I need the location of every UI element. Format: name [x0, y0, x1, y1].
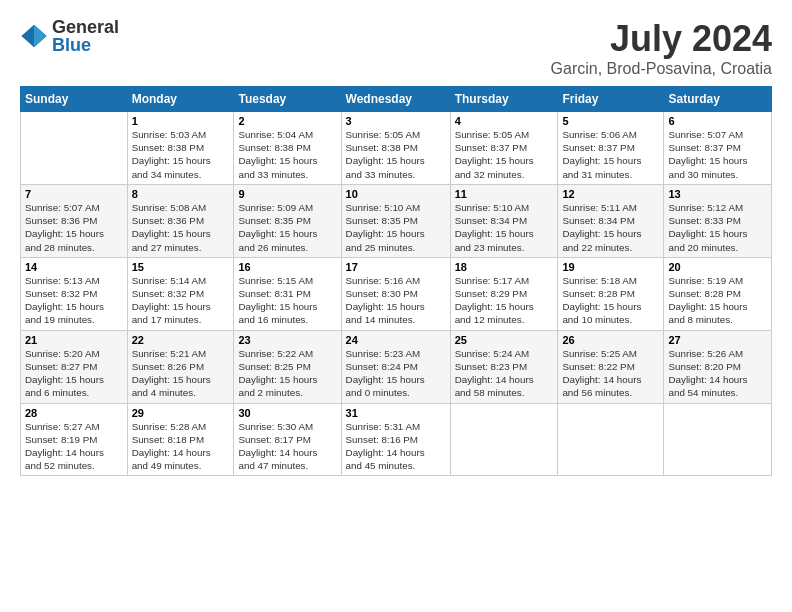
svg-marker-1	[34, 25, 47, 47]
day-cell	[558, 403, 664, 476]
day-cell: 25Sunrise: 5:24 AM Sunset: 8:23 PM Dayli…	[450, 330, 558, 403]
day-number: 4	[455, 115, 554, 127]
day-number: 30	[238, 407, 336, 419]
day-number: 16	[238, 261, 336, 273]
logo-icon	[20, 22, 48, 50]
header: General Blue July 2024 Garcin, Brod-Posa…	[20, 18, 772, 78]
day-info: Sunrise: 5:05 AM Sunset: 8:37 PM Dayligh…	[455, 128, 554, 181]
day-number: 6	[668, 115, 767, 127]
day-cell	[21, 112, 128, 185]
header-row: Sunday Monday Tuesday Wednesday Thursday…	[21, 87, 772, 112]
day-cell	[450, 403, 558, 476]
day-cell: 18Sunrise: 5:17 AM Sunset: 8:29 PM Dayli…	[450, 257, 558, 330]
day-info: Sunrise: 5:30 AM Sunset: 8:17 PM Dayligh…	[238, 420, 336, 473]
day-info: Sunrise: 5:23 AM Sunset: 8:24 PM Dayligh…	[346, 347, 446, 400]
day-cell: 2Sunrise: 5:04 AM Sunset: 8:38 PM Daylig…	[234, 112, 341, 185]
day-info: Sunrise: 5:04 AM Sunset: 8:38 PM Dayligh…	[238, 128, 336, 181]
day-info: Sunrise: 5:25 AM Sunset: 8:22 PM Dayligh…	[562, 347, 659, 400]
day-cell: 19Sunrise: 5:18 AM Sunset: 8:28 PM Dayli…	[558, 257, 664, 330]
day-cell: 15Sunrise: 5:14 AM Sunset: 8:32 PM Dayli…	[127, 257, 234, 330]
day-cell: 4Sunrise: 5:05 AM Sunset: 8:37 PM Daylig…	[450, 112, 558, 185]
day-cell: 12Sunrise: 5:11 AM Sunset: 8:34 PM Dayli…	[558, 184, 664, 257]
col-thursday: Thursday	[450, 87, 558, 112]
col-friday: Friday	[558, 87, 664, 112]
day-cell: 23Sunrise: 5:22 AM Sunset: 8:25 PM Dayli…	[234, 330, 341, 403]
day-cell: 21Sunrise: 5:20 AM Sunset: 8:27 PM Dayli…	[21, 330, 128, 403]
day-number: 14	[25, 261, 123, 273]
logo: General Blue	[20, 18, 119, 54]
day-info: Sunrise: 5:10 AM Sunset: 8:35 PM Dayligh…	[346, 201, 446, 254]
day-number: 2	[238, 115, 336, 127]
day-cell: 30Sunrise: 5:30 AM Sunset: 8:17 PM Dayli…	[234, 403, 341, 476]
day-cell: 13Sunrise: 5:12 AM Sunset: 8:33 PM Dayli…	[664, 184, 772, 257]
week-row-4: 28Sunrise: 5:27 AM Sunset: 8:19 PM Dayli…	[21, 403, 772, 476]
day-info: Sunrise: 5:20 AM Sunset: 8:27 PM Dayligh…	[25, 347, 123, 400]
day-cell: 3Sunrise: 5:05 AM Sunset: 8:38 PM Daylig…	[341, 112, 450, 185]
day-cell: 14Sunrise: 5:13 AM Sunset: 8:32 PM Dayli…	[21, 257, 128, 330]
day-cell: 6Sunrise: 5:07 AM Sunset: 8:37 PM Daylig…	[664, 112, 772, 185]
day-info: Sunrise: 5:15 AM Sunset: 8:31 PM Dayligh…	[238, 274, 336, 327]
day-number: 1	[132, 115, 230, 127]
day-info: Sunrise: 5:28 AM Sunset: 8:18 PM Dayligh…	[132, 420, 230, 473]
day-number: 20	[668, 261, 767, 273]
day-number: 17	[346, 261, 446, 273]
day-info: Sunrise: 5:17 AM Sunset: 8:29 PM Dayligh…	[455, 274, 554, 327]
day-cell: 8Sunrise: 5:08 AM Sunset: 8:36 PM Daylig…	[127, 184, 234, 257]
day-info: Sunrise: 5:31 AM Sunset: 8:16 PM Dayligh…	[346, 420, 446, 473]
day-cell: 20Sunrise: 5:19 AM Sunset: 8:28 PM Dayli…	[664, 257, 772, 330]
main-title: July 2024	[551, 18, 772, 60]
col-tuesday: Tuesday	[234, 87, 341, 112]
week-row-2: 14Sunrise: 5:13 AM Sunset: 8:32 PM Dayli…	[21, 257, 772, 330]
day-info: Sunrise: 5:18 AM Sunset: 8:28 PM Dayligh…	[562, 274, 659, 327]
day-number: 3	[346, 115, 446, 127]
day-info: Sunrise: 5:26 AM Sunset: 8:20 PM Dayligh…	[668, 347, 767, 400]
week-row-3: 21Sunrise: 5:20 AM Sunset: 8:27 PM Dayli…	[21, 330, 772, 403]
day-number: 27	[668, 334, 767, 346]
col-wednesday: Wednesday	[341, 87, 450, 112]
day-number: 13	[668, 188, 767, 200]
day-info: Sunrise: 5:19 AM Sunset: 8:28 PM Dayligh…	[668, 274, 767, 327]
day-cell: 29Sunrise: 5:28 AM Sunset: 8:18 PM Dayli…	[127, 403, 234, 476]
day-info: Sunrise: 5:14 AM Sunset: 8:32 PM Dayligh…	[132, 274, 230, 327]
day-info: Sunrise: 5:03 AM Sunset: 8:38 PM Dayligh…	[132, 128, 230, 181]
day-number: 31	[346, 407, 446, 419]
day-number: 22	[132, 334, 230, 346]
day-number: 19	[562, 261, 659, 273]
day-info: Sunrise: 5:12 AM Sunset: 8:33 PM Dayligh…	[668, 201, 767, 254]
day-info: Sunrise: 5:05 AM Sunset: 8:38 PM Dayligh…	[346, 128, 446, 181]
week-row-0: 1Sunrise: 5:03 AM Sunset: 8:38 PM Daylig…	[21, 112, 772, 185]
day-number: 9	[238, 188, 336, 200]
day-number: 12	[562, 188, 659, 200]
day-cell: 17Sunrise: 5:16 AM Sunset: 8:30 PM Dayli…	[341, 257, 450, 330]
day-number: 21	[25, 334, 123, 346]
day-number: 18	[455, 261, 554, 273]
day-number: 25	[455, 334, 554, 346]
day-cell: 5Sunrise: 5:06 AM Sunset: 8:37 PM Daylig…	[558, 112, 664, 185]
col-sunday: Sunday	[21, 87, 128, 112]
day-number: 26	[562, 334, 659, 346]
day-info: Sunrise: 5:24 AM Sunset: 8:23 PM Dayligh…	[455, 347, 554, 400]
day-cell: 7Sunrise: 5:07 AM Sunset: 8:36 PM Daylig…	[21, 184, 128, 257]
day-cell: 27Sunrise: 5:26 AM Sunset: 8:20 PM Dayli…	[664, 330, 772, 403]
col-saturday: Saturday	[664, 87, 772, 112]
week-row-1: 7Sunrise: 5:07 AM Sunset: 8:36 PM Daylig…	[21, 184, 772, 257]
subtitle: Garcin, Brod-Posavina, Croatia	[551, 60, 772, 78]
day-info: Sunrise: 5:06 AM Sunset: 8:37 PM Dayligh…	[562, 128, 659, 181]
day-info: Sunrise: 5:07 AM Sunset: 8:37 PM Dayligh…	[668, 128, 767, 181]
calendar-table: Sunday Monday Tuesday Wednesday Thursday…	[20, 86, 772, 476]
day-cell: 16Sunrise: 5:15 AM Sunset: 8:31 PM Dayli…	[234, 257, 341, 330]
title-block: July 2024 Garcin, Brod-Posavina, Croatia	[551, 18, 772, 78]
day-number: 24	[346, 334, 446, 346]
page: General Blue July 2024 Garcin, Brod-Posa…	[0, 0, 792, 612]
day-cell: 28Sunrise: 5:27 AM Sunset: 8:19 PM Dayli…	[21, 403, 128, 476]
day-cell: 9Sunrise: 5:09 AM Sunset: 8:35 PM Daylig…	[234, 184, 341, 257]
day-cell: 1Sunrise: 5:03 AM Sunset: 8:38 PM Daylig…	[127, 112, 234, 185]
day-info: Sunrise: 5:08 AM Sunset: 8:36 PM Dayligh…	[132, 201, 230, 254]
day-info: Sunrise: 5:27 AM Sunset: 8:19 PM Dayligh…	[25, 420, 123, 473]
day-number: 15	[132, 261, 230, 273]
day-info: Sunrise: 5:11 AM Sunset: 8:34 PM Dayligh…	[562, 201, 659, 254]
day-cell	[664, 403, 772, 476]
day-info: Sunrise: 5:09 AM Sunset: 8:35 PM Dayligh…	[238, 201, 336, 254]
day-number: 8	[132, 188, 230, 200]
logo-text: General Blue	[52, 18, 119, 54]
